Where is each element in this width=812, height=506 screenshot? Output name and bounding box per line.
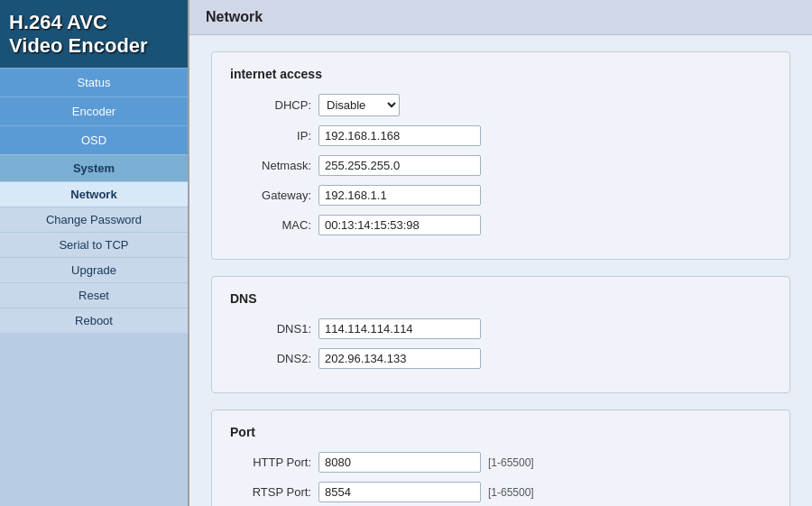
content-area: internet access DHCP: Disable Enable IP:… [189,35,812,506]
gateway-row: Gateway: [230,185,771,206]
http-port-row: HTTP Port: [1-65500] [230,452,771,473]
sidebar: H.264 AVC Video Encoder Status Encoder O… [0,0,189,506]
sidebar-section-system: System [0,154,188,181]
sidebar-item-network[interactable]: Network [0,181,188,207]
dns1-input[interactable] [318,318,481,339]
port-title: Port [230,425,771,439]
sidebar-item-upgrade[interactable]: Upgrade [0,257,188,282]
port-section: Port HTTP Port: [1-65500] RTSP Port: [1-… [211,409,790,506]
page-title: Network [189,0,812,35]
ip-input[interactable] [318,125,481,146]
dns2-label: DNS2: [230,352,311,365]
logo-line1: H.264 AVC [9,11,107,33]
gateway-input[interactable] [318,185,481,206]
main-content: Network internet access DHCP: Disable En… [189,0,812,506]
rtsp-port-input[interactable] [318,482,481,502]
sidebar-item-change-password[interactable]: Change Password [0,207,188,232]
sidebar-item-encoder[interactable]: Encoder [0,97,188,125]
rtsp-port-label: RTSP Port: [230,485,311,499]
dhcp-label: DHCP: [230,98,311,112]
dns-section: DNS DNS1: DNS2: [211,276,790,393]
dns2-input[interactable] [318,348,481,369]
netmask-label: Netmask: [230,159,311,172]
dns1-row: DNS1: [230,318,771,339]
ip-row: IP: [230,125,771,146]
sidebar-item-reboot[interactable]: Reboot [0,308,188,333]
rtsp-port-row: RTSP Port: [1-65500] [230,482,771,502]
ip-label: IP: [230,129,311,143]
http-port-hint: [1-65500] [488,456,534,469]
dhcp-row: DHCP: Disable Enable [230,94,771,116]
netmask-row: Netmask: [230,155,771,176]
internet-access-title: internet access [230,67,771,81]
dns1-label: DNS1: [230,322,311,336]
rtsp-port-hint: [1-65500] [488,486,534,499]
http-port-label: HTTP Port: [230,455,311,469]
internet-access-section: internet access DHCP: Disable Enable IP:… [211,51,790,260]
netmask-input[interactable] [318,155,481,176]
mac-input[interactable] [318,215,481,235]
mac-row: MAC: [230,215,771,235]
sidebar-item-reset[interactable]: Reset [0,282,188,308]
logo-line2: Video Encoder [9,34,148,57]
dhcp-select[interactable]: Disable Enable [318,94,400,116]
sidebar-item-osd[interactable]: OSD [0,125,188,154]
gateway-label: Gateway: [230,189,311,202]
sidebar-item-status[interactable]: Status [0,68,188,97]
http-port-input[interactable] [318,452,481,473]
sidebar-item-serial-to-tcp[interactable]: Serial to TCP [0,232,188,257]
dns2-row: DNS2: [230,348,771,369]
dns-title: DNS [230,291,771,306]
mac-label: MAC: [230,218,311,232]
logo: H.264 AVC Video Encoder [0,0,188,68]
